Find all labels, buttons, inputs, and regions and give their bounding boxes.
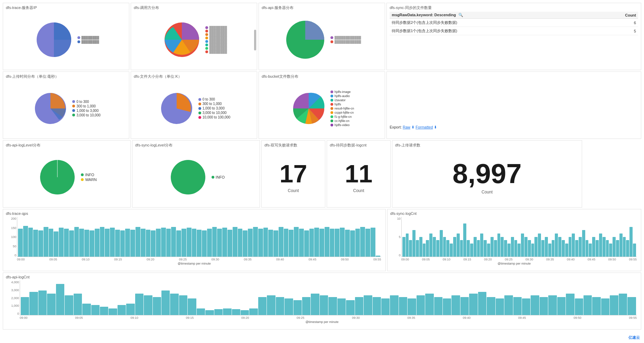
api-logcnt-bars-wrapper bbox=[20, 280, 637, 315]
upload-time-chart: 0 to 300 300 to 1,000 1,000 to 3,000 3,0… bbox=[31, 89, 101, 127]
bar bbox=[144, 295, 152, 315]
bar bbox=[74, 227, 79, 257]
bar bbox=[619, 294, 627, 315]
bar bbox=[188, 298, 196, 315]
bar bbox=[205, 310, 214, 315]
bar bbox=[371, 228, 375, 257]
bar bbox=[633, 244, 636, 257]
bar bbox=[28, 228, 33, 257]
bar bbox=[565, 244, 568, 257]
bar bbox=[130, 230, 135, 257]
sync-logcnt-bars-wrapper bbox=[401, 217, 637, 257]
ax-0910: 09:10 bbox=[130, 316, 138, 320]
file-size-title: dfs-文件大小分布（单位:K） bbox=[134, 74, 254, 79]
legend-item-2: ████████ bbox=[77, 40, 99, 44]
ax-0905: 09:05 bbox=[75, 316, 83, 320]
bar bbox=[181, 229, 186, 257]
dual-write-title: dfs-双写失败请求数 bbox=[264, 143, 322, 148]
dual-write-count-label: Count bbox=[288, 188, 299, 193]
sl-l1: INFO bbox=[216, 175, 225, 179]
bar bbox=[373, 297, 381, 315]
bar bbox=[596, 240, 599, 257]
bar bbox=[470, 244, 473, 257]
api-logcnt-title: dfs-api-logCnt bbox=[6, 275, 638, 279]
al-l1: INFO bbox=[85, 173, 94, 177]
formatted-link[interactable]: Formatted bbox=[416, 125, 433, 129]
ut-l4: 3,000 to 10,000 bbox=[76, 113, 101, 117]
bar bbox=[412, 230, 416, 257]
bar bbox=[44, 227, 48, 257]
panel-call-dist: dfs-调用方分布 ████████ bbox=[131, 3, 257, 70]
trace-ip-chart: ████████ ████████ bbox=[33, 19, 99, 60]
bar bbox=[187, 228, 192, 257]
x-0955: 09:55 bbox=[373, 258, 381, 261]
sync-count-value: 5 bbox=[597, 27, 638, 35]
bar bbox=[47, 294, 55, 315]
sync-logcnt-x-label: @timestamp per minute bbox=[392, 262, 637, 265]
bar bbox=[136, 227, 140, 257]
sync-log-title: dfs-sync-logLevel分布 bbox=[135, 143, 257, 148]
sx-0915: 09:15 bbox=[463, 258, 471, 261]
bar bbox=[425, 294, 433, 315]
bar bbox=[477, 240, 480, 257]
bar bbox=[258, 229, 263, 257]
bar bbox=[450, 244, 453, 257]
bar bbox=[579, 237, 582, 257]
bar bbox=[451, 295, 460, 315]
sync-logcnt-bars-container bbox=[402, 217, 636, 257]
sx-0940: 09:40 bbox=[567, 258, 575, 261]
raw-link[interactable]: Raw bbox=[403, 125, 410, 129]
bar bbox=[545, 237, 548, 257]
bar bbox=[243, 230, 248, 257]
bar bbox=[504, 240, 507, 257]
bar bbox=[474, 237, 477, 257]
bar bbox=[443, 298, 451, 315]
bar bbox=[299, 229, 304, 257]
ay-0: 0 bbox=[17, 312, 19, 315]
sync-logcnt-y-axis: 10 5 0 bbox=[392, 217, 401, 257]
bar bbox=[496, 298, 504, 315]
al-l2: WARN bbox=[85, 178, 96, 182]
bar bbox=[601, 298, 609, 315]
bar bbox=[569, 237, 572, 257]
x-0925: 09:25 bbox=[179, 258, 187, 261]
sync-logcnt-x-axis: 09:00 09:05 09:10 09:15 09:20 09:25 09:3… bbox=[392, 258, 637, 261]
bar bbox=[584, 295, 592, 315]
scrollbar[interactable] bbox=[254, 30, 256, 50]
bar bbox=[460, 240, 463, 257]
sx-0925: 09:25 bbox=[505, 258, 513, 261]
bar bbox=[507, 244, 511, 257]
dual-write-number: 17 Count bbox=[264, 149, 322, 205]
bar bbox=[548, 244, 551, 257]
file-size-legend: 0 to 300 300 to 1,000 1,000 to 3,000 3,0… bbox=[198, 97, 231, 119]
sy-10: 10 bbox=[397, 217, 401, 220]
bar bbox=[212, 227, 217, 257]
bar bbox=[575, 298, 583, 315]
fs-l1: 0 to 300 bbox=[203, 97, 215, 101]
bar bbox=[232, 309, 240, 315]
bar bbox=[171, 227, 176, 257]
b-l9: hjdfs-video bbox=[335, 123, 350, 127]
bar bbox=[294, 227, 299, 257]
x-0935: 09:35 bbox=[244, 258, 252, 261]
bar bbox=[126, 304, 134, 315]
search-icon[interactable]: 🔍 bbox=[458, 13, 463, 17]
trace-qps-x-label: @timestamp per minute bbox=[7, 262, 381, 265]
bar bbox=[197, 230, 202, 257]
bar bbox=[417, 295, 425, 315]
trace-ip-legend: ████████ ████████ bbox=[77, 36, 99, 44]
bar bbox=[249, 308, 258, 315]
bar bbox=[408, 298, 416, 315]
panel-bucket: dfs-bucket文件数分布 hjdfs-image bbox=[259, 72, 385, 139]
bar bbox=[606, 240, 609, 257]
bar bbox=[276, 297, 284, 315]
api-log-pie bbox=[37, 156, 78, 198]
upload-time-pie bbox=[31, 89, 69, 127]
file-size-chart: 0 to 300 300 to 1,000 1,000 to 3,000 3,0… bbox=[158, 89, 231, 127]
bar bbox=[390, 295, 398, 315]
bar bbox=[487, 297, 495, 315]
upload-time-legend: 0 to 300 300 to 1,000 1,000 to 3,000 3,0… bbox=[72, 100, 101, 117]
api-logcnt-bars-container bbox=[21, 280, 636, 315]
bar bbox=[586, 240, 589, 257]
bar bbox=[469, 294, 477, 315]
